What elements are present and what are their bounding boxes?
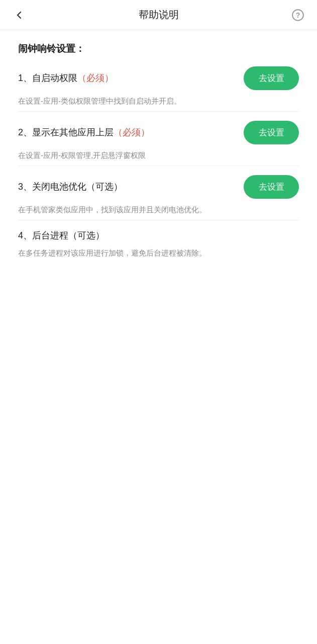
item-block-1: 1、自启动权限（必须） 去设置 在设置-应用-类似权限管理中找到自启动并开启。 xyxy=(18,66,299,112)
item-required-1: （必须） xyxy=(77,73,114,83)
header: 帮助说明 ? xyxy=(0,0,317,30)
item-block-2: 2、显示在其他应用上层（必须） 去设置 在设置-应用-权限管理,开启悬浮窗权限 xyxy=(18,121,299,166)
item-required-2: （必须） xyxy=(114,127,150,137)
set-button-3[interactable]: 去设置 xyxy=(244,175,299,199)
set-button-2[interactable]: 去设置 xyxy=(244,121,299,144)
item-desc-4: 在多任务进程对该应用进行加锁，避免后台进程被清除。 xyxy=(18,247,299,259)
item-row-1: 1、自启动权限（必须） 去设置 xyxy=(18,66,299,90)
svg-text:?: ? xyxy=(296,11,300,19)
item-desc-2: 在设置-应用-权限管理,开启悬浮窗权限 xyxy=(18,149,299,162)
page-title: 帮助说明 xyxy=(28,8,289,22)
item-row-4: 4、后台进程（可选） xyxy=(18,229,299,242)
item-title-prefix-2: 2、显示在其他应用上层 xyxy=(18,127,114,137)
divider-1 xyxy=(18,111,299,112)
item-title-prefix-1: 1、自启动权限 xyxy=(18,73,77,83)
item-title-3: 3、关闭电池优化（可选） xyxy=(18,181,236,193)
divider-2 xyxy=(18,166,299,166)
item-title-1: 1、自启动权限（必须） xyxy=(18,72,236,85)
item-desc-3: 在手机管家类似应用中，找到该应用并且关闭电池优化。 xyxy=(18,204,299,216)
item-title-prefix-3: 3、关闭电池优化（可选） xyxy=(18,182,123,192)
item-title-2: 2、显示在其他应用上层（必须） xyxy=(18,126,236,139)
back-button[interactable] xyxy=(10,6,28,24)
set-button-1[interactable]: 去设置 xyxy=(244,66,299,90)
item-row-2: 2、显示在其他应用上层（必须） 去设置 xyxy=(18,121,299,144)
item-row-3: 3、关闭电池优化（可选） 去设置 xyxy=(18,175,299,199)
item-desc-1: 在设置-应用-类似权限管理中找到自启动并开启。 xyxy=(18,95,299,107)
divider-3 xyxy=(18,220,299,220)
content-area: 闹钟响铃设置： 1、自启动权限（必须） 去设置 在设置-应用-类似权限管理中找到… xyxy=(0,30,317,288)
item-block-3: 3、关闭电池优化（可选） 去设置 在手机管家类似应用中，找到该应用并且关闭电池优… xyxy=(18,175,299,220)
item-title-4: 4、后台进程（可选） xyxy=(18,229,299,242)
section-heading: 闹钟响铃设置： xyxy=(18,42,299,55)
item-title-prefix-4: 4、后台进程（可选） xyxy=(18,230,104,240)
item-block-4: 4、后台进程（可选） 在多任务进程对该应用进行加锁，避免后台进程被清除。 xyxy=(18,229,299,259)
help-button[interactable]: ? xyxy=(289,6,307,24)
